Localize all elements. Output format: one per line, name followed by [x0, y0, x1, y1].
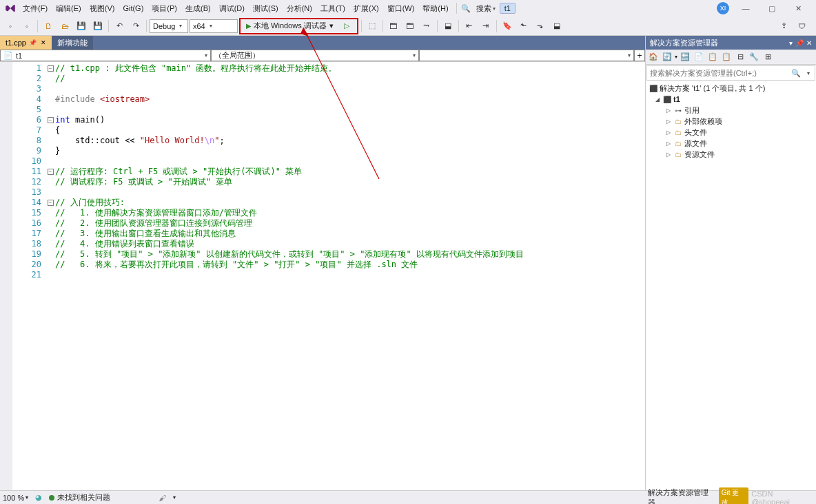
tab-label: 新增功能 [57, 38, 88, 48]
menu-生成[interactable]: 生成(B) [182, 2, 214, 15]
new-project-icon[interactable]: 🗋 [41, 19, 56, 34]
git-badge[interactable]: Git 更改 [719, 487, 748, 505]
project-node[interactable]: ◢ ⬛ t1 [646, 94, 816, 105]
scope-member-dropdown[interactable]: ▾ [419, 50, 634, 61]
panel-close-icon[interactable]: ✕ [806, 39, 812, 47]
indent-right-icon[interactable]: ⇥ [478, 19, 493, 34]
expand-icon[interactable]: ▷ [665, 118, 672, 125]
save-icon[interactable]: 💾 [74, 19, 89, 34]
tree-item[interactable]: ▷⊶引用 [646, 105, 816, 116]
minimize-button[interactable]: — [736, 1, 755, 15]
search-go-icon[interactable]: 🔍 [790, 66, 802, 80]
menu-工具[interactable]: 工具(T) [317, 2, 349, 15]
maximize-button[interactable]: ▢ [762, 1, 782, 15]
menu-扩展[interactable]: 扩展(X) [350, 2, 382, 15]
panel-toolbar: 🏠 🔄 ▾ 🔙 📄 📋 📋 ⊟ 🔧 ⊞ [646, 50, 816, 65]
tab-t1cpp[interactable]: t1.cpp 📌 ✕ [0, 36, 52, 50]
menu-编辑[interactable]: 编辑(E) [52, 2, 85, 15]
health-icon[interactable]: ◕ [35, 493, 42, 502]
search-tag[interactable]: t1 [500, 3, 516, 14]
search-label[interactable]: 搜索 [476, 3, 491, 14]
nav-fwd-icon[interactable]: ◦ [19, 19, 34, 34]
panel-title-label: 解决方案资源管理器 [650, 38, 718, 48]
open-icon[interactable]: 🗁 [57, 19, 72, 34]
menu-测试[interactable]: 测试(S) [249, 2, 282, 15]
menu-bar: 文件(F)编辑(E)视图(V)Git(G)项目(P)生成(B)调试(D)测试(S… [0, 0, 816, 17]
back-icon[interactable]: 🔙 [679, 51, 691, 63]
tab-close-icon[interactable]: ✕ [41, 39, 46, 46]
scope-add-button[interactable]: + [634, 50, 645, 61]
close-button[interactable]: ✕ [788, 1, 808, 15]
home-icon[interactable]: 🏠 [647, 51, 660, 63]
panel-search-input[interactable] [647, 66, 790, 80]
tree-item[interactable]: ▷🗀资源文件 [646, 149, 816, 160]
panel-search[interactable]: 🔍 ▾ [646, 65, 815, 81]
tree-item[interactable]: ▷🗀源文件 [646, 138, 816, 149]
bookmark-clear-icon[interactable]: ⬓ [549, 19, 564, 34]
solution-root[interactable]: ⬛ 解决方案 't1' (1 个项目, 共 1 个) [646, 83, 816, 94]
brush-icon[interactable]: 🖌 [159, 494, 166, 502]
ok-dot-icon [49, 495, 54, 501]
solution-tree[interactable]: ⬛ 解决方案 't1' (1 个项目, 共 1 个) ◢ ⬛ t1 ▷⊶引用▷🗀… [646, 81, 816, 490]
menu-分析[interactable]: 分析(N) [283, 2, 316, 15]
tool-icon-3[interactable]: 🗔 [402, 19, 418, 34]
menu-git[interactable]: Git(G) [119, 3, 147, 14]
tree-item[interactable]: ▷🗀头文件 [646, 127, 816, 138]
menu-调试[interactable]: 调试(D) [216, 2, 248, 15]
panel-pin-icon[interactable]: 📌 [795, 39, 804, 47]
search-icon[interactable]: 🔍 [461, 4, 471, 13]
redo-icon[interactable]: ↷ [128, 19, 143, 34]
properties-icon[interactable]: 📋 [720, 51, 733, 63]
tool-icon-2[interactable]: 🗔 [386, 19, 401, 34]
tree-item[interactable]: ▷🗀外部依赖项 [646, 116, 816, 127]
bookmark-icon[interactable]: 🔖 [500, 19, 515, 34]
panel-title-bar: 解决方案资源管理器 ▾ 📌 ✕ [646, 36, 816, 50]
wrench-icon[interactable]: 🔧 [748, 51, 760, 63]
menu-窗口[interactable]: 窗口(W) [384, 2, 418, 15]
tab-label: t1.cpp [6, 39, 26, 47]
platform-dropdown[interactable]: x64▾ [190, 19, 238, 33]
watermark-text: CSDN @shopeeai [751, 490, 813, 505]
live-share-icon[interactable]: ⇪ [776, 19, 791, 34]
search-dd-icon[interactable]: ▾ [802, 66, 815, 80]
bookmark-prev-icon[interactable]: ⬑ [516, 19, 531, 34]
tool-icon-5[interactable]: ⬓ [440, 19, 456, 34]
menu-视图[interactable]: 视图(V) [86, 2, 119, 15]
zoom-control[interactable]: 100 %▾ [3, 494, 28, 502]
admin-icon[interactable]: 🛡 [794, 19, 809, 34]
undo-icon[interactable]: ↶ [112, 19, 127, 34]
save-all-icon[interactable]: 💾 [90, 19, 105, 34]
menu-文件[interactable]: 文件(F) [19, 2, 51, 15]
menu-项目[interactable]: 项目(P) [148, 2, 181, 15]
sync-icon[interactable]: 🔄 [661, 51, 673, 63]
play-icon: ▶ [246, 22, 252, 30]
expand-icon[interactable]: ▷ [665, 151, 672, 158]
expand-icon[interactable]: ▷ [665, 107, 672, 114]
scope-global-dropdown[interactable]: （全局范围）▾ [211, 50, 419, 61]
filter-icon[interactable]: ⊞ [762, 51, 774, 63]
config-dropdown[interactable]: Debug▾ [150, 19, 188, 33]
show-all-icon[interactable]: 📄 [693, 51, 705, 63]
nav-back-icon[interactable]: ◦ [3, 19, 18, 34]
tab-whatsnew[interactable]: 新增功能 [52, 36, 93, 50]
bookmark-next-icon[interactable]: ⬎ [533, 19, 548, 34]
collapse-icon[interactable]: ⊟ [734, 51, 746, 63]
expand-icon[interactable]: ▷ [665, 129, 672, 136]
indent-left-icon[interactable]: ⇤ [462, 19, 477, 34]
debug-target-button[interactable]: ▶ 本地 Windows 调试器 ▾ [243, 19, 336, 33]
folder-icon: 🗀 [673, 138, 683, 148]
fold-gutter[interactable]: −−−− [45, 62, 55, 490]
expand-icon[interactable]: ◢ [654, 96, 661, 103]
menu-帮助[interactable]: 帮助(H) [419, 2, 451, 15]
scope-project-dropdown[interactable]: 📄 t1▾ [0, 50, 211, 61]
side-status-label[interactable]: 解决方案资源管理器 [648, 487, 716, 505]
tool-icon-4[interactable]: ⤳ [419, 19, 434, 34]
start-without-debug-icon[interactable]: ▷ [339, 19, 354, 34]
expand-icon[interactable]: ▷ [665, 140, 672, 147]
panel-dropdown-icon[interactable]: ▾ [789, 39, 793, 47]
pin-icon[interactable]: 📌 [29, 39, 37, 46]
user-avatar[interactable]: XI [717, 2, 729, 14]
issues-indicator[interactable]: 未找到相关问题 [49, 492, 110, 503]
tool-icon-1[interactable]: ⬚ [365, 19, 380, 34]
refresh-icon[interactable]: 📋 [706, 51, 719, 63]
